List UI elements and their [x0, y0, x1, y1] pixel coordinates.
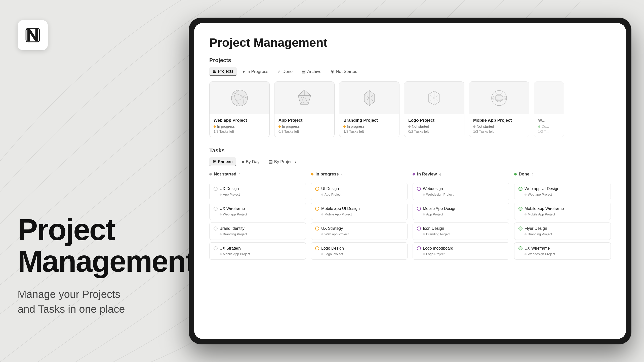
card-body-mobile: Mobile App Project Not started 1/3 Tasks… — [469, 114, 529, 137]
project-dot — [321, 253, 323, 255]
task-title: UX Wireframe — [220, 206, 245, 211]
task-card[interactable]: Brand Identity Branding Project — [209, 222, 306, 240]
task-card[interactable]: UX Design App Project — [209, 183, 306, 200]
project-dot — [423, 233, 425, 235]
notion-logo — [18, 20, 48, 50]
tasks-section-label: Tasks — [209, 147, 611, 154]
col-title-done: Done — [519, 172, 530, 177]
project-dot — [321, 194, 323, 196]
project-card-webapp[interactable]: Web app Project In progress 1/3 Tasks le… — [209, 81, 270, 137]
project-dot — [423, 213, 425, 215]
task-card[interactable]: Flyer Design Branding Project — [514, 222, 611, 240]
task-card[interactable]: Webdesign Webdesign Project — [413, 183, 509, 200]
card-image-logo — [404, 82, 464, 114]
task-title-row: UX Strategy — [214, 246, 302, 251]
tab-in-progress[interactable]: ● In Progress — [239, 68, 272, 76]
right-panel: Project Management Projects ⊞ Projects ●… — [176, 0, 644, 362]
card-image-app — [274, 82, 334, 114]
col-header-not-started: Not started 4 — [209, 172, 306, 179]
task-project: Branding Project — [214, 232, 302, 236]
project-card-app[interactable]: App Project In progress 0/3 Tasks left — [274, 81, 335, 137]
tab-archive[interactable]: ▤ Archive — [298, 67, 325, 76]
project-dot — [220, 233, 222, 235]
status-dot-branding — [343, 125, 346, 128]
card-image-mobile — [469, 82, 529, 114]
task-project: Logo Project — [315, 252, 403, 256]
tablet: Project Management Projects ⊞ Projects ●… — [189, 18, 631, 344]
task-circle — [315, 187, 319, 191]
task-title-row: Web app UI Design — [518, 187, 607, 191]
task-project: Web app Project — [214, 212, 302, 216]
task-title-row: Logo moodboard — [417, 246, 505, 251]
task-card[interactable]: UX Strategy Mobile App Project — [209, 242, 306, 260]
svg-point-4 — [231, 90, 248, 106]
task-title-row: Icon Design — [417, 226, 505, 231]
task-circle — [518, 227, 522, 231]
task-title-row: UI Design — [315, 187, 403, 191]
task-project: Branding Project — [417, 232, 505, 236]
tab-not-started[interactable]: ◉ Not Started — [327, 67, 361, 76]
task-title: Web app UI Design — [525, 187, 559, 191]
project-card-extra[interactable]: W... Do... 1/2 T... — [534, 81, 564, 137]
card-title-mobile: Mobile App Project — [473, 118, 525, 123]
left-panel: Project Management Manage your Projects … — [0, 0, 176, 362]
task-title: UX Strategy — [220, 246, 241, 251]
task-project: Webdesign Project — [417, 193, 505, 196]
task-card[interactable]: Logo moodboard Logo Project — [413, 242, 509, 260]
task-card[interactable]: Mobile app Wireframe Mobile App Project — [514, 203, 611, 220]
task-project: Mobile App Project — [315, 212, 403, 216]
byprojects-icon: ▤ — [269, 159, 273, 164]
task-card[interactable]: UI Design App Project — [311, 183, 408, 200]
task-title-row: Brand Identity — [214, 226, 302, 231]
task-card[interactable]: Mobile App Design App Project — [413, 203, 509, 220]
task-project: Logo Project — [417, 252, 505, 256]
task-card[interactable]: Icon Design Branding Project — [413, 222, 509, 240]
tab-done[interactable]: ✓ Done — [274, 67, 296, 76]
tab-by-projects[interactable]: ▤ By Projects — [265, 158, 299, 166]
task-card[interactable]: Mobile app UI Design Mobile App Project — [311, 203, 408, 220]
task-title-row: UX Design — [214, 187, 302, 191]
task-card[interactable]: Logo Design Logo Project — [311, 242, 408, 260]
col-title-not-started: Not started — [214, 172, 236, 177]
task-card[interactable]: UX Wireframe Web app Project — [209, 203, 306, 220]
project-card-logo[interactable]: Logo Project Not started 0/2 Tasks left — [404, 81, 464, 137]
task-card[interactable]: UX Strategy Web app Project — [311, 222, 408, 240]
card-body-webapp: Web app Project In progress 1/3 Tasks le… — [210, 114, 269, 137]
task-project: Web app Project — [315, 232, 403, 236]
project-dot — [220, 253, 222, 255]
task-title-row: UX Wireframe — [518, 246, 607, 251]
col-header-in-progress: In progress 4 — [311, 172, 408, 179]
task-circle — [518, 246, 522, 250]
project-dot — [321, 213, 323, 215]
card-tasks-app: 0/3 Tasks left — [278, 129, 330, 133]
card-title-logo: Logo Project — [408, 118, 460, 123]
project-card-mobile[interactable]: Mobile App Project Not started 1/3 Tasks… — [469, 81, 529, 137]
task-title-row: Logo Design — [315, 246, 403, 251]
card-status-extra: Do... — [538, 124, 560, 128]
card-body-logo: Logo Project Not started 0/2 Tasks left — [404, 114, 464, 137]
task-project: App Project — [417, 212, 505, 216]
tab-by-day[interactable]: ● By Day — [238, 158, 263, 166]
tab-kanban[interactable]: ⊞ Kanban — [209, 157, 236, 166]
kanban-board: Not started 4 UX Design App P — [209, 172, 611, 262]
task-title: Mobile app UI Design — [321, 206, 360, 211]
task-circle — [518, 207, 522, 211]
project-dot — [423, 194, 425, 196]
task-circle — [214, 227, 218, 231]
project-dot — [525, 233, 527, 235]
project-card-branding[interactable]: Branding Project In progress 1/3 Tasks l… — [339, 81, 399, 137]
task-card[interactable]: Web app UI Design Web app Project — [514, 183, 611, 200]
task-title: Icon Design — [423, 226, 444, 231]
archive-icon: ▤ — [302, 69, 306, 74]
task-card[interactable]: UX Wireframe Webdesign Project — [514, 242, 611, 260]
card-status-mobile: Not started — [473, 124, 525, 128]
task-circle — [214, 187, 218, 191]
task-title-row: Webdesign — [417, 187, 505, 191]
dot-icon: ● — [242, 69, 245, 74]
status-dot-app — [278, 125, 281, 128]
card-title-branding: Branding Project — [343, 118, 395, 123]
tab-projects[interactable]: ⊞ Projects — [209, 67, 237, 76]
task-circle — [315, 227, 319, 231]
card-body-extra: W... Do... 1/2 T... — [534, 114, 564, 137]
task-title-row: Flyer Design — [518, 226, 607, 231]
